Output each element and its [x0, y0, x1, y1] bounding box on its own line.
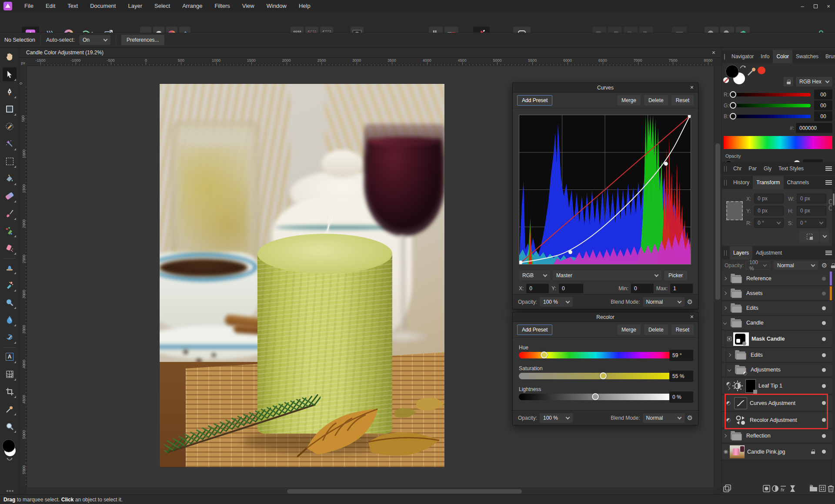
layer-row-candle-pink[interactable]: Candle Pink.jpg	[722, 444, 832, 460]
visibility-dot[interactable]	[822, 450, 826, 454]
no-colour-swatch[interactable]	[723, 77, 729, 83]
view-tool[interactable]	[3, 50, 17, 64]
candle-pink-thumbnail[interactable]	[730, 445, 745, 458]
auto-select-dropdown[interactable]: On	[79, 35, 110, 45]
tab-layers[interactable]: Layers	[730, 246, 752, 259]
visibility-dot[interactable]	[822, 368, 826, 372]
tab-swatches[interactable]: Swatches	[792, 50, 822, 63]
layer-row-adjustments[interactable]: Adjustments	[722, 363, 832, 377]
recolor-lightness-thumb[interactable]	[592, 393, 599, 400]
group-layers-button[interactable]	[809, 483, 818, 494]
tab-adjustment[interactable]: Adjustment	[752, 246, 785, 259]
recolor-hue-field[interactable]: 59 °	[669, 350, 693, 361]
curve-node[interactable]	[568, 250, 572, 254]
layer-row-edits[interactable]: Edits	[722, 301, 832, 315]
zoom-tool[interactable]	[3, 419, 17, 433]
move-tool[interactable]	[3, 67, 17, 81]
close-button[interactable]: ×	[822, 0, 835, 12]
expand-icon[interactable]	[727, 387, 730, 390]
layers-blend-dropdown[interactable]: Normal	[774, 261, 818, 270]
recolor-close-icon[interactable]: ×	[690, 313, 694, 320]
tab-character[interactable]: Chr	[730, 162, 745, 175]
panel-grip[interactable]	[724, 54, 725, 60]
colour-format-dropdown[interactable]: RGB Hex	[796, 77, 832, 86]
b-slider[interactable]	[731, 115, 811, 118]
visibility-dot[interactable]	[822, 353, 826, 357]
g-value-field[interactable]: 00	[814, 100, 832, 110]
menu-text[interactable]: Text	[61, 0, 84, 12]
layers-lock-icon[interactable]	[831, 263, 835, 268]
menu-arrange[interactable]: Arrange	[176, 0, 208, 12]
layer-row-recolor-adjustment[interactable]: Recolor Adjustment	[722, 412, 832, 428]
minimize-button[interactable]: –	[796, 0, 809, 12]
curves-x-field[interactable]: 0	[526, 284, 549, 293]
tab-paragraph[interactable]: Par	[745, 162, 760, 175]
curves-delete-button[interactable]: Delete	[644, 95, 668, 106]
recolor-panel-titlebar[interactable]: Recolor ×	[513, 312, 698, 322]
layer-row-mask-candle[interactable]: Mask Candle	[722, 331, 832, 348]
menu-filters[interactable]: Filters	[208, 0, 236, 12]
remove-layer-button[interactable]	[827, 483, 835, 494]
curves-settings-gear-icon[interactable]: ⚙	[687, 298, 693, 306]
vertical-scrollbar-thumb[interactable]	[715, 143, 720, 300]
partial-visibility-icon[interactable]	[726, 382, 731, 386]
rectangle-tool[interactable]	[3, 102, 17, 116]
blemish-removal-tool[interactable]	[3, 295, 17, 309]
panel-menu-icon[interactable]	[825, 250, 832, 256]
panel-menu-icon[interactable]	[825, 179, 832, 186]
visibility-dot[interactable]	[822, 384, 826, 388]
recolor-settings-gear-icon[interactable]: ⚙	[687, 414, 693, 422]
menu-file[interactable]: File	[18, 0, 40, 12]
expand-icon[interactable]	[726, 354, 732, 356]
text-tool[interactable]: A	[3, 350, 17, 364]
canvas-photo[interactable]	[160, 84, 444, 467]
expand-icon[interactable]	[722, 292, 728, 295]
layer-row-edits-nested[interactable]: Edits	[722, 348, 832, 362]
menu-document[interactable]: Document	[84, 0, 122, 12]
curves-reset-button[interactable]: Reset	[671, 95, 694, 106]
panel-grip[interactable]	[724, 250, 727, 256]
visibility-dot[interactable]	[822, 337, 826, 341]
expand-icon[interactable]	[722, 434, 728, 437]
menu-window[interactable]: Window	[261, 0, 293, 12]
g-slider[interactable]	[731, 104, 811, 107]
selection-brush-tool[interactable]	[3, 119, 17, 133]
curve-node[interactable]	[664, 162, 668, 166]
curves-blend-dropdown[interactable]: Normal	[643, 297, 685, 307]
recolor-lightness-slider[interactable]	[519, 394, 672, 400]
layer-effects-button[interactable]: fx	[779, 483, 788, 494]
recolor-saturation-field[interactable]: 55 %	[669, 371, 693, 382]
maximize-button[interactable]	[809, 0, 822, 12]
mesh-warp-tool[interactable]	[3, 367, 17, 381]
curves-max-field[interactable]: 1	[670, 284, 693, 293]
visibility-dot[interactable]	[822, 418, 826, 422]
crop-tool[interactable]	[3, 385, 17, 398]
vertical-scrollbar[interactable]	[714, 66, 721, 487]
b-thumb[interactable]	[730, 113, 736, 119]
colour-replacement-brush-tool[interactable]	[3, 224, 17, 238]
curves-picker-button[interactable]: Picker	[664, 271, 687, 280]
curves-opacity-dropdown[interactable]: 100 %	[540, 297, 573, 307]
colour-picker-tool[interactable]	[3, 402, 17, 416]
transform-w-field[interactable]: 0 px	[797, 194, 826, 203]
b-value-field[interactable]: 00	[814, 111, 832, 121]
foreground-colour-swatch[interactable]	[2, 439, 15, 452]
layer-row-reference[interactable]: Reference	[722, 272, 832, 286]
marquee-select-tool[interactable]	[3, 154, 17, 168]
panel-grip[interactable]	[724, 180, 727, 186]
g-thumb[interactable]	[730, 102, 736, 109]
layer-row-candle[interactable]: Candle	[722, 316, 832, 330]
burn-brush-tool[interactable]	[3, 330, 17, 344]
tab-text-styles[interactable]: Text Styles	[775, 162, 807, 175]
transform-h-field[interactable]: 0 px	[797, 206, 826, 216]
fill-tool[interactable]	[3, 172, 17, 186]
panel-grip[interactable]	[724, 166, 727, 172]
anchor-point-dropdown[interactable]	[820, 231, 829, 242]
flood-select-tool[interactable]	[3, 137, 17, 151]
recolor-add-preset-button[interactable]: Add Preset	[517, 325, 552, 335]
visibility-dot[interactable]	[822, 292, 826, 295]
mask-thumbnail[interactable]	[733, 332, 749, 346]
curves-channel-dropdown[interactable]: Master	[553, 271, 661, 280]
layers-opacity-dropdown[interactable]: 100 %	[745, 261, 770, 270]
panel-scrollbar[interactable]	[832, 178, 835, 248]
